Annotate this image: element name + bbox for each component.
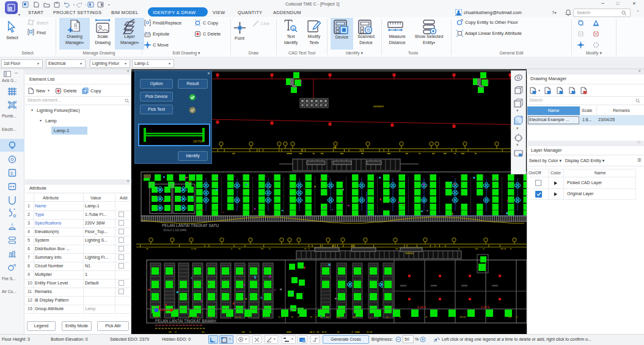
- svg-text:#####: #####: [405, 251, 414, 255]
- svg-text:##: ##: [265, 175, 268, 178]
- svg-text:#,## #: #,## #: [417, 305, 426, 309]
- svg-text:######: ######: [373, 105, 384, 108]
- svg-text:##: ##: [327, 175, 330, 178]
- svg-text:a: a: [292, 26, 295, 31]
- svg-text:##: ##: [483, 175, 486, 178]
- svg-text:##: ##: [333, 146, 337, 149]
- svg-text:####: ####: [431, 284, 437, 288]
- svg-text:##: ##: [233, 175, 236, 178]
- svg-text:E: E: [10, 171, 13, 176]
- svg-text:PELAN LANTAI TINGKAT BAWAH: PELAN LANTAI TINGKAT BAWAH: [155, 319, 216, 323]
- svg-text:####: ####: [400, 284, 407, 288]
- svg-text:⚙: ⚙: [367, 28, 371, 33]
- svg-text:#,## #: #,## #: [481, 305, 489, 309]
- svg-text:PELAN LANTAI TINGKAT SATU: PELAN LANTAI TINGKAT SATU: [162, 223, 219, 228]
- svg-text:##: ##: [452, 175, 455, 178]
- svg-text:####: ####: [461, 284, 468, 288]
- svg-text:####: ####: [492, 284, 499, 288]
- svg-text:SKALA 1:100 [###]: SKALA 1:100 [###]: [163, 229, 186, 232]
- svg-text:26700: 26700: [193, 139, 203, 143]
